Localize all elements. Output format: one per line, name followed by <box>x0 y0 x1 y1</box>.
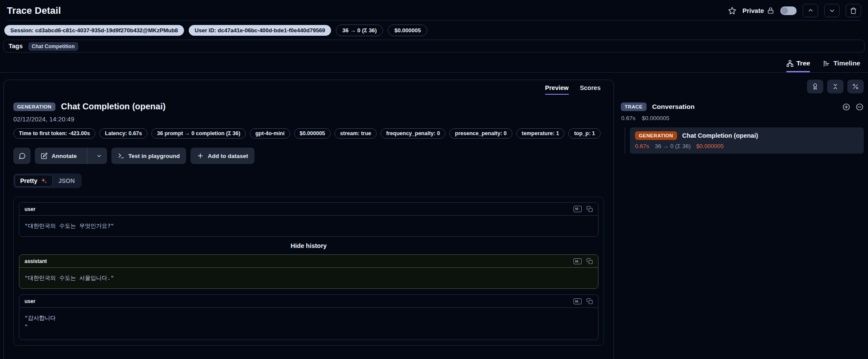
tab-scores[interactable]: Scores <box>580 84 601 95</box>
expand-all-icon[interactable] <box>842 103 850 111</box>
message-block-user-1: user M↓ "대한민국의 수도는 무엇인가요?" <box>19 202 598 237</box>
toggle-knob <box>781 7 788 14</box>
tab-preview[interactable]: Preview <box>545 84 569 95</box>
markdown-toggle-icon[interactable]: M↓ <box>574 298 582 304</box>
add-to-dataset-button[interactable]: Add to dataset <box>190 148 255 164</box>
generation-type-badge: GENERATION <box>13 102 55 111</box>
markdown-toggle-icon[interactable]: M↓ <box>574 206 582 212</box>
next-trace-button[interactable] <box>824 4 840 17</box>
tree-guide-line <box>625 127 625 154</box>
meta-badge: $0.000005 <box>294 128 331 139</box>
pencil-square-icon <box>41 152 48 159</box>
comments-button[interactable] <box>13 148 31 164</box>
content-area: Preview Scores GENERATION Chat Completio… <box>0 73 868 353</box>
annotate-button[interactable]: Annotate <box>35 148 107 164</box>
tags-list: Chat Competition <box>28 42 78 50</box>
node-tokens: 36 → 0 (Σ 36) <box>655 143 690 149</box>
message-role: user <box>25 206 35 212</box>
trace-metrics: 0.67s $0.000005 <box>621 115 864 121</box>
format-toggle: Pretty JSON <box>13 173 82 188</box>
chevron-down-icon <box>96 153 102 159</box>
plus-icon <box>197 152 204 159</box>
collapse-icon[interactable] <box>856 103 864 111</box>
meta-badge: frequency_penalty: 0 <box>380 128 445 139</box>
award-icon <box>812 83 819 90</box>
tag-badge[interactable]: Chat Competition <box>28 42 78 51</box>
copy-icon[interactable] <box>586 298 593 304</box>
sparkles-icon <box>40 177 47 184</box>
trace-name: Conversation <box>652 103 837 111</box>
message-block-assistant: assistant M↓ "대한민국의 수도는 서울입니다." <box>19 254 598 289</box>
page-header: Trace Detail Private <box>0 0 868 20</box>
messages-container: user M↓ "대한민국의 수도는 무엇인가요?" Hide history … <box>13 197 604 346</box>
cost-badge: $0.000005 <box>388 25 427 36</box>
panel-tabs: Preview Scores <box>13 80 604 95</box>
delete-trace-button[interactable] <box>846 4 861 17</box>
annotate-label: Annotate <box>52 153 77 159</box>
markdown-toggle-icon[interactable]: M↓ <box>574 258 582 264</box>
public-toggle[interactable] <box>780 6 797 15</box>
hide-history-button[interactable]: Hide history <box>19 237 598 254</box>
button-separator <box>87 148 87 164</box>
meta-badge: top_p: 1 <box>568 128 601 139</box>
meta-badge: Latency: 0.67s <box>99 128 147 139</box>
tags-container[interactable]: Tags Chat Competition <box>3 40 865 53</box>
collapse-all-button[interactable] <box>827 80 843 93</box>
generation-node-title: Chat Completion (openai) <box>682 132 758 139</box>
message-content: "대한민국의 수도는 서울입니다." <box>19 268 598 288</box>
playground-label: Test in playground <box>129 153 180 159</box>
chevron-up-icon <box>807 7 814 14</box>
terminal-icon <box>118 152 125 159</box>
tree-toolbar <box>620 80 864 93</box>
meta-badge: temperature: 1 <box>516 128 565 139</box>
trace-cost: $0.000005 <box>642 115 669 121</box>
tree-icon <box>786 60 794 67</box>
json-toggle[interactable]: JSON <box>53 175 80 187</box>
node-latency: 0.67s <box>635 143 649 149</box>
scores-toggle-button[interactable] <box>807 80 823 93</box>
token-usage-badge: 36 → 0 (Σ 36) <box>336 25 383 36</box>
percent-icon <box>852 83 859 90</box>
actions-row: Annotate Test in playground Add to datas… <box>13 148 604 164</box>
meta-badge: 36 prompt → 0 completion (Σ 36) <box>151 128 246 139</box>
annotate-dropdown[interactable] <box>91 148 107 164</box>
message-role: user <box>25 298 35 304</box>
pretty-label: Pretty <box>20 177 37 184</box>
pretty-toggle[interactable]: Pretty <box>15 175 53 187</box>
page-title: Trace Detail <box>7 5 61 16</box>
trash-icon <box>850 7 857 14</box>
tab-tree[interactable]: Tree <box>786 59 810 72</box>
view-tabs: Tree Timeline <box>0 53 868 73</box>
generation-node-badge: GENERATION <box>635 131 677 140</box>
tags-label: Tags <box>9 43 23 50</box>
star-icon[interactable] <box>728 6 736 15</box>
tab-timeline-label: Timeline <box>833 59 860 67</box>
copy-icon[interactable] <box>586 258 593 264</box>
previous-trace-button[interactable] <box>803 4 818 17</box>
trace-root-row[interactable]: TRACE Conversation <box>620 102 864 111</box>
observation-meta-badges: Time to first token: -423.00sLatency: 0.… <box>13 128 604 139</box>
session-badge[interactable]: Session: cd3abcd6-c81c-4037-935d-19d9f27… <box>4 25 184 36</box>
user-id-badge[interactable]: User ID: dc47a41e-06bc-400d-bde1-f0e440d… <box>189 25 331 36</box>
trace-type-badge: TRACE <box>621 102 647 111</box>
timeline-icon <box>823 60 830 67</box>
meta-badge: gpt-4o-mini <box>250 128 290 139</box>
test-in-playground-button[interactable]: Test in playground <box>111 148 187 164</box>
metrics-toggle-button[interactable] <box>847 80 864 93</box>
trace-tree-panel: TRACE Conversation 0.67s $0.000005 GENER… <box>620 80 865 154</box>
observation-timestamp: 02/12/2024, 14:20:49 <box>13 115 604 123</box>
meta-badge: stream: true <box>334 128 377 139</box>
private-label: Private <box>742 7 764 14</box>
message-content: "대한민국의 수도는 무엇인가요?" <box>19 216 598 236</box>
visibility-status: Private <box>742 7 774 14</box>
copy-icon[interactable] <box>586 206 593 212</box>
observation-title: Chat Completion (openai) <box>61 102 166 111</box>
generation-node-card[interactable]: GENERATION Chat Completion (openai) 0.67… <box>630 127 864 154</box>
chevrons-collapse-icon <box>832 83 839 90</box>
message-block-user-2: user M↓ "감사합니다 " <box>19 294 598 340</box>
tab-timeline[interactable]: Timeline <box>823 59 860 72</box>
chevron-down-icon <box>829 7 835 14</box>
lock-icon <box>767 7 774 14</box>
meta-badge: Time to first token: -423.00s <box>13 128 95 139</box>
add-to-dataset-label: Add to dataset <box>208 153 248 159</box>
